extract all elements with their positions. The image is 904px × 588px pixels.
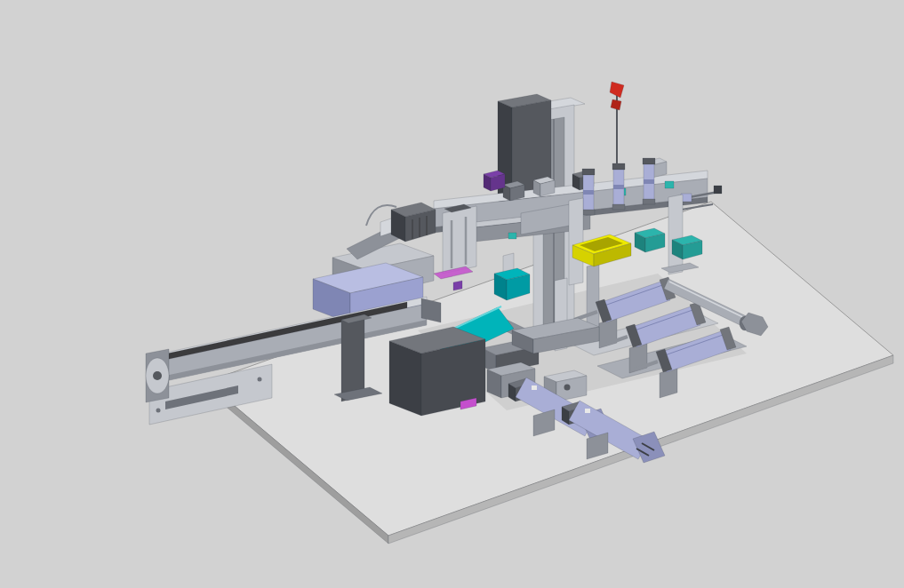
mini-cylinder-cap	[643, 158, 655, 164]
motor-box-front	[389, 341, 421, 416]
mini-cylinder-band	[583, 190, 594, 195]
cylinder-riser	[660, 368, 677, 398]
teal-sensor-chip	[665, 181, 674, 188]
mini-cylinder-base	[582, 210, 595, 215]
fixture-hole	[564, 385, 571, 391]
pulley-hub	[153, 371, 162, 380]
gripper-label-chip	[585, 409, 590, 413]
mini-cylinder-cap	[612, 163, 625, 170]
guide-rod-tip	[714, 186, 722, 194]
cad-viewport[interactable]	[0, 0, 904, 588]
mini-cylinder-base	[612, 204, 625, 210]
conveyor-end-cap	[421, 298, 441, 322]
dark-motor-box[interactable]	[389, 327, 485, 416]
conveyor-bolt-hole	[258, 377, 262, 382]
support-post	[569, 198, 583, 285]
carriage-plate	[443, 206, 476, 274]
gripper-label-chip	[532, 385, 537, 390]
cad-canvas[interactable]	[0, 0, 904, 588]
conveyor-bracket-front	[341, 314, 364, 401]
teal-sensor-chip	[508, 233, 516, 239]
conveyor-bolt-hole	[156, 409, 161, 413]
mini-cylinder-band	[644, 179, 654, 184]
mini-cylinder-base	[643, 199, 655, 204]
mini-cylinder-cap	[582, 169, 595, 175]
mini-cylinder-band	[613, 185, 624, 189]
support-post	[668, 195, 683, 274]
gantry-carriage[interactable]	[443, 204, 476, 274]
purple-chip	[453, 281, 462, 290]
